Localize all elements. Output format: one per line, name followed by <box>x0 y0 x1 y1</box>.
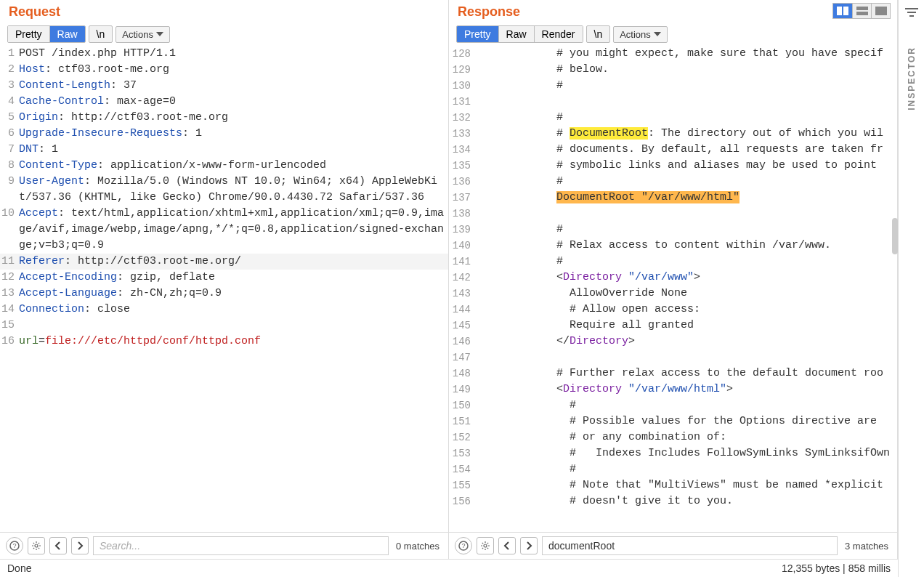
tab-render[interactable]: Render <box>534 26 583 42</box>
line-text: Require all granted <box>475 318 897 334</box>
newline-toggle[interactable]: \n <box>586 25 611 43</box>
prev-match-button[interactable] <box>49 537 67 554</box>
response-match-count: 3 matches <box>842 541 891 552</box>
line-number: 152 <box>449 429 475 445</box>
line-number: 11 <box>0 254 19 270</box>
line-number: 12 <box>0 270 19 286</box>
line-number: 6 <box>0 126 19 142</box>
request-search-input[interactable] <box>93 536 389 555</box>
code-line: 140# Relax access to content within /var… <box>449 238 897 254</box>
view-toggle-group <box>832 3 891 19</box>
line-text: Origin: http://ctf03.root-me.org <box>19 110 448 126</box>
line-number: 1 <box>0 46 19 62</box>
tab-pretty[interactable]: Pretty <box>457 26 498 42</box>
svg-rect-10 <box>875 7 887 15</box>
line-number: 144 <box>449 302 475 318</box>
request-match-count: 0 matches <box>393 541 442 552</box>
line-text: Cache-Control: max-age=0 <box>19 94 448 110</box>
request-tab-group: Pretty Raw <box>7 25 86 43</box>
tab-raw[interactable]: Raw <box>498 26 534 42</box>
code-line: 130# <box>449 78 897 94</box>
code-line: 11Referer: http://ctf03.root-me.org/ <box>0 254 448 270</box>
view-split-button[interactable] <box>833 4 852 18</box>
code-line: 149<Directory "/var/www/html"> <box>449 382 897 398</box>
line-number: 140 <box>449 238 475 254</box>
line-number: 130 <box>449 78 475 94</box>
request-search-bar: ? 0 matches <box>0 532 448 559</box>
actions-label: Actions <box>620 29 651 40</box>
help-icon[interactable]: ? <box>6 537 23 554</box>
actions-dropdown[interactable]: Actions <box>115 26 170 43</box>
line-number: 146 <box>449 334 475 350</box>
code-line: 8Content-Type: application/x-www-form-ur… <box>0 158 448 174</box>
svg-rect-12 <box>907 12 916 13</box>
code-line: 134# documents. By default, all requests… <box>449 142 897 158</box>
request-title: Request <box>0 0 448 23</box>
next-match-button[interactable] <box>71 537 89 554</box>
inspector-label[interactable]: INSPECTOR <box>907 47 917 110</box>
code-line: 1POST /index.php HTTP/1.1 <box>0 46 448 62</box>
line-text: Content-Length: 37 <box>19 78 448 94</box>
line-text: POST /index.php HTTP/1.1 <box>19 46 448 62</box>
line-text: # DocumentRoot: The directory out of whi… <box>475 126 897 142</box>
response-search-input[interactable] <box>542 536 838 555</box>
line-number: 5 <box>0 110 19 126</box>
status-bar: Done 12,355 bytes | 858 millis <box>0 559 898 577</box>
response-panel: Response Pretty Raw Render \n Actions 12… <box>449 0 898 559</box>
line-number: 134 <box>449 142 475 158</box>
response-tab-group: Pretty Raw Render <box>456 25 583 43</box>
line-text <box>475 350 897 366</box>
prev-match-button[interactable] <box>498 537 516 554</box>
code-line: 4Cache-Control: max-age=0 <box>0 94 448 110</box>
line-text: # <box>475 222 897 238</box>
code-line: 137DocumentRoot "/var/www/html" <box>449 190 897 206</box>
line-text: # Relax access to content within /var/ww… <box>475 238 897 254</box>
line-number: 14 <box>0 302 19 318</box>
svg-rect-11 <box>905 8 918 9</box>
line-number: 9 <box>0 174 19 206</box>
tab-pretty[interactable]: Pretty <box>8 26 49 42</box>
code-line: 142<Directory "/var/www"> <box>449 270 897 286</box>
code-line: 15 <box>0 318 448 334</box>
line-text: # Indexes Includes FollowSymLinks SymLin… <box>475 445 897 461</box>
request-code-area[interactable]: 1POST /index.php HTTP/1.12Host: ctf03.ro… <box>0 46 448 532</box>
filter-icon[interactable] <box>905 7 918 17</box>
line-number: 3 <box>0 78 19 94</box>
gear-icon[interactable] <box>28 537 45 554</box>
svg-rect-7 <box>843 7 848 15</box>
view-stack-button[interactable] <box>852 4 871 18</box>
help-icon[interactable]: ? <box>455 537 472 554</box>
code-line: 135# symbolic links and aliases may be u… <box>449 158 897 174</box>
tab-raw[interactable]: Raw <box>49 26 85 42</box>
code-line: 148# Further relax access to the default… <box>449 366 897 382</box>
response-code-area[interactable]: 128# you might expect, make sure that yo… <box>449 46 897 532</box>
svg-point-2 <box>35 544 38 547</box>
code-line: 138 <box>449 206 897 222</box>
response-title: Response <box>449 0 897 23</box>
code-line: 129# below. <box>449 62 897 78</box>
line-text: # Note that "MultiViews" must be named *… <box>475 477 897 493</box>
right-strip: INSPECTOR <box>898 0 924 577</box>
request-tab-row: Pretty Raw \n Actions <box>0 23 448 46</box>
code-line: 133# DocumentRoot: The directory out of … <box>449 126 897 142</box>
svg-rect-8 <box>856 7 868 10</box>
next-match-button[interactable] <box>520 537 538 554</box>
line-number: 151 <box>449 413 475 429</box>
newline-toggle[interactable]: \n <box>89 25 113 43</box>
code-line: 143 AllowOverride None <box>449 286 897 302</box>
line-number: 145 <box>449 318 475 334</box>
code-line: 128# you might expect, make sure that yo… <box>449 46 897 62</box>
view-single-button[interactable] <box>871 4 890 18</box>
code-line: 150 # <box>449 398 897 413</box>
code-line: 152 # or any combination of: <box>449 429 897 445</box>
scrollbar-thumb[interactable] <box>892 218 898 254</box>
gear-icon[interactable] <box>477 537 494 554</box>
line-text: # <box>475 398 897 413</box>
line-number: 150 <box>449 398 475 413</box>
line-text: # <box>475 174 897 190</box>
chevron-down-icon <box>156 32 163 36</box>
actions-dropdown[interactable]: Actions <box>613 26 668 43</box>
svg-text:?: ? <box>461 542 465 549</box>
line-number: 142 <box>449 270 475 286</box>
code-line: 12Accept-Encoding: gzip, deflate <box>0 270 448 286</box>
